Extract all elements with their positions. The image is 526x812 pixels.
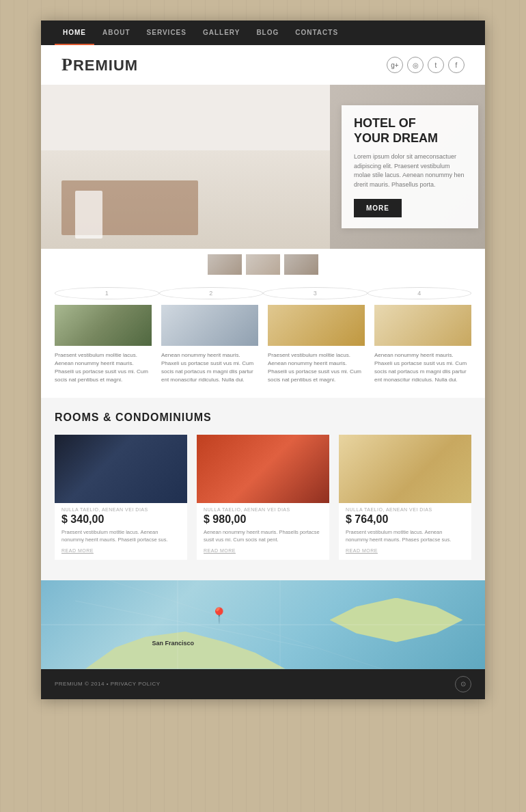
hero-title: HOTEL OF YOUR DREAM	[354, 116, 466, 146]
slider-thumb-1[interactable]	[208, 254, 242, 275]
hero-scene	[41, 85, 330, 249]
site-header: PREMIUM g+ ◎ t f	[41, 45, 485, 85]
feature-text-1: Praesent vestibulum molltie lacus. Aenea…	[55, 351, 152, 384]
room-label-3: NULLA TAELIO, AENEAN VEI DIAS	[339, 503, 471, 512]
room-card-2: NULLA TAELIO, AENEAN VEI DIAS $ 980,00 A…	[197, 435, 329, 560]
feature-image-3	[268, 305, 365, 346]
footer-text: PREMIUM © 2014 • PRIVACY POLICY	[55, 681, 161, 687]
room-price-1: $ 340,00	[55, 512, 187, 528]
room-image-1	[55, 435, 187, 503]
room-read-more-1[interactable]: READ MORE	[55, 544, 187, 560]
feature-num-1: 1	[55, 287, 159, 299]
features-grid: Praesent vestibulum molltie lacus. Aenea…	[55, 305, 471, 384]
hero-cta-button[interactable]: MORE	[354, 199, 402, 217]
nav-gallery[interactable]: GALLERY	[195, 21, 248, 45]
rooms-section: ROOMS & CONDOMINIUMS NULLA TAELIO, AENEA…	[41, 398, 485, 580]
footer-back-to-top-icon[interactable]: ⊙	[455, 676, 471, 692]
feature-num-2: 2	[159, 287, 264, 299]
feature-num-3: 3	[263, 287, 368, 299]
feature-item-4: Aenean nonummy heerit mauris. Phaxeli us…	[374, 305, 471, 384]
room-desc-3: Praesent vestibulum motltie lacus. Aenea…	[339, 528, 471, 544]
hero-section: HOTEL OF YOUR DREAM Lorem ipsum dolor si…	[41, 85, 485, 249]
nav-about[interactable]: ABOUT	[94, 21, 139, 45]
map-city-label: San Francisco	[152, 640, 195, 647]
social-icon-instagram[interactable]: ◎	[407, 57, 424, 73]
feature-text-2: Aenean nonummy heerit mauris. Phaxeli us…	[161, 351, 258, 384]
feature-text-4: Aenean nonummy heerit mauris. Phaxeli us…	[374, 351, 471, 384]
room-read-more-3[interactable]: READ MORE	[339, 544, 471, 560]
feature-image-1	[55, 305, 152, 346]
slider-thumb-3[interactable]	[284, 254, 318, 275]
feature-text-3: Praesent vestibulum molltie lacus. Aenea…	[268, 351, 365, 384]
room-card-3: NULLA TAELIO, AENEAN VEI DIAS $ 764,00 P…	[339, 435, 471, 560]
hero-chair	[75, 191, 102, 239]
feature-item-2: Aenean nonummy heerit mauris. Phaxeli us…	[161, 305, 258, 384]
site-logo: PREMIUM	[61, 55, 138, 75]
room-desc-1: Praesent vestibulum motltie lacus. Aenea…	[55, 528, 187, 544]
room-label-2: NULLA TAELIO, AENEAN VEI DIAS	[197, 503, 329, 512]
nav-bar: HOME ABOUT SERVICES GALLERY BLOG CONTACT…	[41, 21, 485, 45]
room-price-2: $ 980,00	[197, 512, 329, 528]
room-image-3	[339, 435, 471, 503]
feature-item-3: Praesent vestibulum molltie lacus. Aenea…	[268, 305, 365, 384]
map-section[interactable]: 📍 San Francisco	[41, 580, 485, 669]
room-image-2	[197, 435, 329, 503]
hero-body: Lorem ipsum dolor sit ameconsactuer adip…	[354, 152, 466, 189]
feature-numbers-row: 1 2 3 4	[55, 280, 471, 305]
rooms-grid: NULLA TAELIO, AENEAN VEI DIAS $ 340,00 P…	[55, 435, 471, 560]
map-roads-overlay	[41, 580, 485, 669]
nav-services[interactable]: SERVICES	[139, 21, 195, 45]
social-icons-group: g+ ◎ t f	[387, 57, 465, 73]
features-section: 1 2 3 4 Praesent vestibulum molltie lacu…	[41, 280, 485, 398]
feature-num-4: 4	[368, 287, 472, 299]
slider-thumbs	[41, 249, 485, 280]
feature-item-1: Praesent vestibulum molltie lacus. Aenea…	[55, 305, 152, 384]
page-wrapper: HOME ABOUT SERVICES GALLERY BLOG CONTACT…	[41, 21, 485, 699]
social-icon-gplus[interactable]: g+	[387, 57, 403, 73]
room-desc-2: Aenean nonummy heerit mauris. Phasells p…	[197, 528, 329, 544]
room-price-3: $ 764,00	[339, 512, 471, 528]
nav-blog[interactable]: BLOG	[248, 21, 287, 45]
nav-contacts[interactable]: CONTACTS	[287, 21, 346, 45]
map-pin: 📍	[210, 607, 228, 625]
social-icon-twitter[interactable]: t	[428, 57, 444, 73]
hero-wall	[41, 85, 330, 159]
site-footer: PREMIUM © 2014 • PRIVACY POLICY ⊙	[41, 669, 485, 699]
hero-text-box: HOTEL OF YOUR DREAM Lorem ipsum dolor si…	[342, 105, 478, 228]
room-card-1: NULLA TAELIO, AENEAN VEI DIAS $ 340,00 P…	[55, 435, 187, 560]
room-read-more-2[interactable]: READ MORE	[197, 544, 329, 560]
rooms-title: ROOMS & CONDOMINIUMS	[55, 411, 471, 424]
social-icon-facebook[interactable]: f	[448, 57, 465, 73]
room-label-1: NULLA TAELIO, AENEAN VEI DIAS	[55, 503, 187, 512]
feature-image-4	[374, 305, 471, 346]
slider-thumb-2[interactable]	[246, 254, 280, 275]
nav-home[interactable]: HOME	[55, 21, 94, 45]
feature-image-2	[161, 305, 258, 346]
